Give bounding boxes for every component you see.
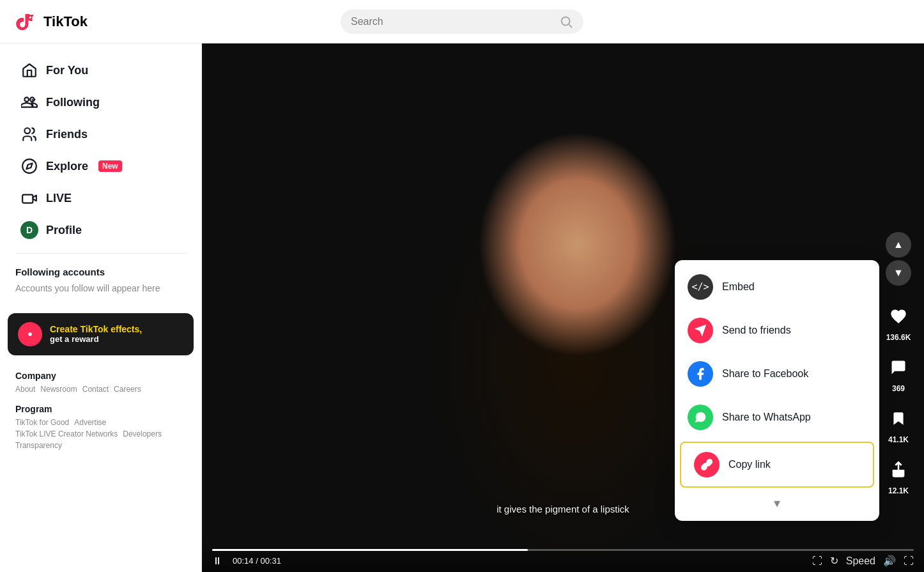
rotate-button[interactable]: ↻ [830,555,838,567]
live-label: LIVE [46,192,72,205]
footer-link-good[interactable]: TikTok for Good [15,418,69,427]
footer-link-developers[interactable]: Developers [123,429,162,438]
footer-program-title: Program [15,404,186,414]
like-group: 136.6K [883,301,914,342]
footer-program: Program TikTok for Good Advertise TikTok… [0,399,201,455]
whatsapp-icon [688,405,713,430]
sidebar-item-friends[interactable]: Friends [5,119,196,150]
share-more-button[interactable]: ▾ [675,490,879,516]
share-send-friends[interactable]: Send to friends [675,309,879,352]
profile-avatar: D [20,221,38,239]
whatsapp-label: Share to WhatsApp [722,412,811,423]
share-dropdown: </> Embed Send to friends [675,260,879,521]
following-icon [20,93,38,111]
footer-link-contact[interactable]: Contact [82,385,109,394]
sidebar-item-profile[interactable]: D Profile [5,215,196,245]
send-friends-icon [688,318,713,343]
svg-rect-5 [22,195,33,203]
nav-arrows: ▲ ▼ [886,232,911,286]
footer-link-transparency[interactable]: Transparency [15,441,62,450]
copy-link-label: Copy link [728,459,771,470]
following-label: Following [46,96,100,109]
share-facebook[interactable]: Share to Facebook [675,352,879,396]
time-total: 00:31 [260,556,281,566]
svg-point-0 [562,17,570,25]
footer-link-advertise[interactable]: Advertise [74,418,106,427]
expand-button[interactable]: ⛶ [812,555,822,567]
svg-point-2 [24,128,30,134]
effects-subtitle: get a reward [50,334,183,344]
friends-icon [20,125,38,143]
content-area: it gives the pigment of a lipstick ▲ ▼ 1… [202,43,924,572]
footer-company-links: About Newsroom Contact Careers [15,385,186,394]
comment-group: 369 [883,352,914,393]
progress-fill [212,549,528,551]
volume-button[interactable]: 🔊 [883,555,896,567]
footer-link-live-creators[interactable]: TikTok LIVE Creator Networks [15,429,118,438]
friends-label: Friends [46,128,88,141]
search-icon[interactable] [559,15,573,29]
next-video-button[interactable]: ▼ [886,260,911,286]
main-layout: For You Following [0,43,924,572]
bookmark-group: 41.1K [883,403,914,444]
chevron-down-icon: ▾ [774,495,780,511]
following-accounts-sub: Accounts you follow will appear here [0,280,201,303]
svg-line-1 [569,24,572,27]
sidebar-item-for-you[interactable]: For You [5,55,196,86]
for-you-label: For You [46,64,88,77]
comment-button[interactable] [883,352,914,383]
share-count: 12.1K [888,486,909,495]
bookmark-button[interactable] [883,403,914,434]
time-display: 00:14 / 00:31 [233,556,281,566]
svg-point-3 [22,159,36,173]
explore-label: Explore [46,160,88,173]
svg-point-6 [28,332,32,336]
time-current: 00:14 [233,556,254,566]
effects-title: Create TikTok effects, [50,324,183,334]
prev-video-button[interactable]: ▲ [886,232,911,258]
footer-link-careers[interactable]: Careers [114,385,141,394]
home-icon [20,61,38,79]
progress-bar[interactable] [212,549,914,551]
video-controls: ⏸ 00:14 / 00:31 ⛶ ↻ Speed 🔊 ⛶ [202,544,924,572]
footer-company: Company About Newsroom Contact Careers [0,366,201,399]
sidebar: For You Following [0,43,202,572]
header: TikTok [0,0,924,43]
effects-text-area: Create TikTok effects, get a reward [50,324,183,344]
create-effects-banner[interactable]: Create TikTok effects, get a reward [8,313,194,355]
share-group: 12.1K [883,454,914,495]
share-copy-link[interactable]: Copy link [680,442,874,488]
like-button[interactable] [883,301,914,332]
comment-count: 369 [892,384,905,393]
share-embed[interactable]: </> Embed [675,265,879,309]
search-bar[interactable] [341,10,583,34]
embed-icon: </> [688,274,713,300]
tiktok-logo-icon [15,10,38,33]
speed-button[interactable]: Speed [846,555,875,567]
share-button[interactable] [883,454,914,485]
footer-link-about[interactable]: About [15,385,35,394]
sidebar-item-live[interactable]: LIVE [5,183,196,213]
logo[interactable]: TikTok [15,10,88,33]
fullscreen-button[interactable]: ⛶ [904,555,914,567]
effects-icon [18,322,42,346]
sidebar-item-following[interactable]: Following [5,87,196,118]
footer-link-newsroom[interactable]: Newsroom [40,385,77,394]
footer-company-title: Company [15,371,186,381]
controls-row: ⏸ 00:14 / 00:31 ⛶ ↻ Speed 🔊 ⛶ [212,555,914,567]
facebook-icon [688,361,713,387]
profile-label: Profile [46,224,82,237]
sidebar-item-explore[interactable]: Explore New [5,151,196,182]
search-input[interactable] [351,16,554,27]
facebook-label: Share to Facebook [722,368,808,380]
share-whatsapp[interactable]: Share to WhatsApp [675,396,879,439]
svg-marker-4 [26,163,32,169]
new-badge: New [98,160,122,172]
send-friends-label: Send to friends [722,325,791,336]
video-container[interactable]: it gives the pigment of a lipstick ▲ ▼ 1… [202,43,924,572]
right-actions: ▲ ▼ 136.6K [883,232,914,495]
copy-link-icon [694,452,720,477]
bookmark-count: 41.1K [888,435,909,444]
play-pause-button[interactable]: ⏸ [212,555,222,567]
like-count: 136.6K [886,333,911,342]
